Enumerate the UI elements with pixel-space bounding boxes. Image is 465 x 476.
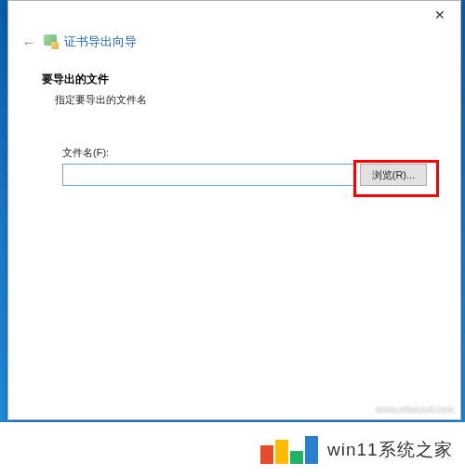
filename-input[interactable]: [62, 164, 354, 186]
certificate-icon: [44, 34, 59, 49]
back-arrow-icon: ←: [22, 34, 36, 50]
certificate-export-wizard-dialog: ✕ ← 证书导出向导 要导出的文件 指定要导出的文件名 文件名(F): 浏览(R…: [7, 0, 461, 420]
brand-name: win11系统之家: [327, 438, 453, 462]
branding-bar: win11系统之家: [0, 422, 465, 476]
form-area: 文件名(F): 浏览(R)...: [42, 107, 427, 186]
filename-label: 文件名(F):: [62, 146, 427, 160]
wizard-header: ← 证书导出向导: [8, 29, 460, 59]
logo-icon: [260, 436, 318, 464]
wizard-content: 要导出的文件 指定要导出的文件名 文件名(F): 浏览(R)...: [8, 59, 460, 186]
back-button[interactable]: ←: [20, 33, 38, 51]
wizard-title: 证书导出向导: [64, 33, 137, 50]
section-subheading: 指定要导出的文件名: [42, 93, 427, 107]
filename-row: 浏览(R)...: [62, 164, 427, 186]
watermark-text: www.relsound.com: [376, 404, 454, 415]
close-button[interactable]: ✕: [425, 4, 455, 26]
close-icon: ✕: [434, 7, 445, 22]
section-heading: 要导出的文件: [42, 72, 427, 87]
browse-button[interactable]: 浏览(R)...: [360, 164, 427, 186]
titlebar: ✕: [8, 1, 460, 29]
